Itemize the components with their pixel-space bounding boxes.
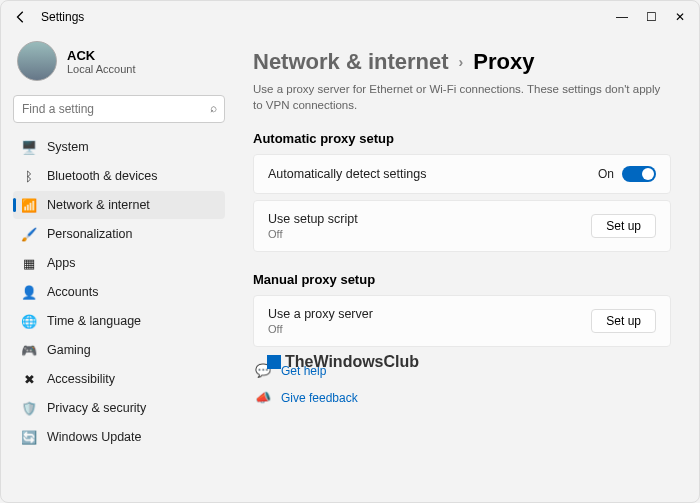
manual-proxy-state: Off — [268, 323, 373, 335]
auto-detect-toggle[interactable] — [622, 166, 656, 182]
breadcrumb-parent[interactable]: Network & internet — [253, 49, 449, 75]
sidebar-item-accessibility[interactable]: ✖Accessibility — [13, 365, 225, 393]
manual-proxy-row: Use a proxy server Off Set up — [253, 295, 671, 347]
nav-icon: ᛒ — [21, 168, 37, 184]
sidebar-item-label: Network & internet — [47, 198, 150, 212]
sidebar-item-label: Accessibility — [47, 372, 115, 386]
sidebar-item-label: Time & language — [47, 314, 141, 328]
sidebar-item-time-language[interactable]: 🌐Time & language — [13, 307, 225, 335]
get-help-link[interactable]: 💬 Get help — [253, 357, 671, 384]
sidebar-item-label: Privacy & security — [47, 401, 146, 415]
sidebar-item-network-internet[interactable]: 📶Network & internet — [13, 191, 225, 219]
avatar — [17, 41, 57, 81]
manual-proxy-button[interactable]: Set up — [591, 309, 656, 333]
nav-icon: 🎮 — [21, 342, 37, 358]
sidebar-item-privacy-security[interactable]: 🛡️Privacy & security — [13, 394, 225, 422]
minimize-button[interactable]: — — [616, 10, 628, 24]
search-input[interactable] — [13, 95, 225, 123]
give-feedback-link[interactable]: 📣 Give feedback — [253, 384, 671, 411]
sidebar-item-personalization[interactable]: 🖌️Personalization — [13, 220, 225, 248]
page-description: Use a proxy server for Ethernet or Wi-Fi… — [253, 81, 671, 113]
sidebar-item-apps[interactable]: ▦Apps — [13, 249, 225, 277]
auto-detect-row: Automatically detect settings On — [253, 154, 671, 194]
sidebar-item-label: Windows Update — [47, 430, 142, 444]
nav-icon: ✖ — [21, 371, 37, 387]
sidebar-item-windows-update[interactable]: 🔄Windows Update — [13, 423, 225, 451]
search-icon: ⌕ — [210, 101, 217, 115]
sidebar-item-system[interactable]: 🖥️System — [13, 133, 225, 161]
sidebar-item-label: System — [47, 140, 89, 154]
sidebar-item-accounts[interactable]: 👤Accounts — [13, 278, 225, 306]
nav-icon: ▦ — [21, 255, 37, 271]
search-container: ⌕ — [13, 95, 225, 123]
nav-icon: 📶 — [21, 197, 37, 213]
user-profile[interactable]: ACK Local Account — [13, 37, 225, 95]
user-subtitle: Local Account — [67, 63, 136, 75]
nav-icon: 🌐 — [21, 313, 37, 329]
setup-script-button[interactable]: Set up — [591, 214, 656, 238]
nav-icon: 🛡️ — [21, 400, 37, 416]
manual-section-title: Manual proxy setup — [253, 272, 671, 287]
auto-detect-label: Automatically detect settings — [268, 167, 426, 181]
close-button[interactable]: ✕ — [675, 10, 685, 24]
sidebar-item-label: Bluetooth & devices — [47, 169, 158, 183]
chevron-right-icon: › — [459, 54, 464, 70]
manual-proxy-label: Use a proxy server — [268, 307, 373, 321]
page-title: Proxy — [473, 49, 534, 75]
maximize-button[interactable]: ☐ — [646, 10, 657, 24]
sidebar-item-bluetooth-devices[interactable]: ᛒBluetooth & devices — [13, 162, 225, 190]
back-button[interactable] — [9, 5, 33, 29]
nav-icon: 🔄 — [21, 429, 37, 445]
nav-icon: 👤 — [21, 284, 37, 300]
get-help-label: Get help — [281, 364, 326, 378]
setup-script-row: Use setup script Off Set up — [253, 200, 671, 252]
sidebar-item-label: Gaming — [47, 343, 91, 357]
auto-detect-state: On — [598, 167, 614, 181]
give-feedback-label: Give feedback — [281, 391, 358, 405]
feedback-icon: 📣 — [255, 390, 271, 405]
help-icon: 💬 — [255, 363, 271, 378]
setup-script-label: Use setup script — [268, 212, 358, 226]
sidebar-item-label: Personalization — [47, 227, 132, 241]
window-title: Settings — [41, 10, 84, 24]
nav-icon: 🖥️ — [21, 139, 37, 155]
auto-section-title: Automatic proxy setup — [253, 131, 671, 146]
user-name: ACK — [67, 48, 136, 63]
sidebar-item-label: Accounts — [47, 285, 98, 299]
nav-icon: 🖌️ — [21, 226, 37, 242]
sidebar-item-label: Apps — [47, 256, 76, 270]
sidebar-item-gaming[interactable]: 🎮Gaming — [13, 336, 225, 364]
setup-script-state: Off — [268, 228, 358, 240]
